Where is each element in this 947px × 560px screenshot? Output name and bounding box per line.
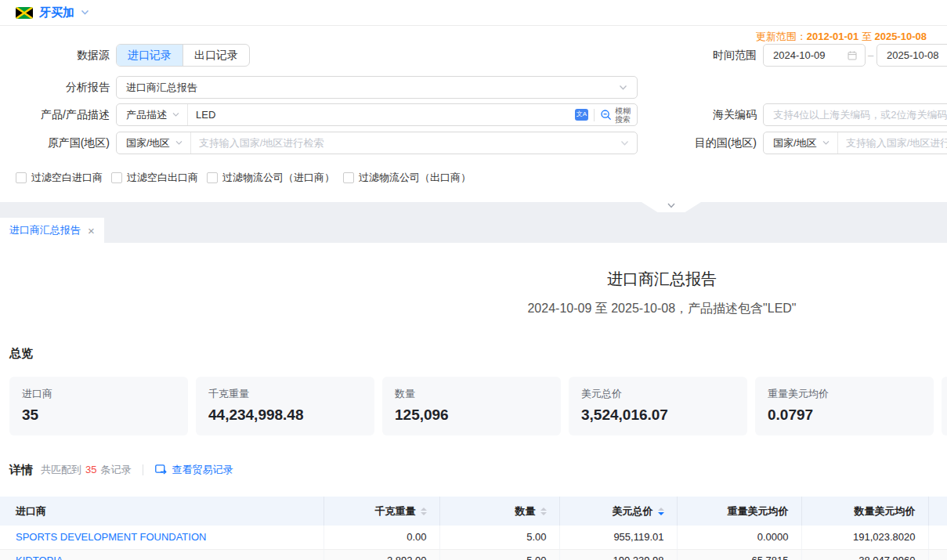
chevron-down-icon	[172, 112, 179, 117]
checkbox-filter-blank-exporter[interactable]: 过滤空白出口商	[111, 171, 198, 185]
update-range-label: 更新范围：	[756, 31, 807, 42]
analysis-report-value: 进口商汇总报告	[126, 81, 619, 95]
report-content: 进口商汇总报告 2024-10-09 至 2025-10-08，产品描述包含"L…	[0, 243, 947, 560]
report-canvas: 进口商汇总报告 2024-10-09 至 2025-10-08，产品描述包含"L…	[0, 269, 947, 560]
date-range-dash: –	[865, 44, 877, 67]
data-source-tabs: 进口记录 出口记录	[116, 44, 250, 67]
divider	[143, 464, 143, 475]
report-select-label: 分析报告	[0, 76, 110, 99]
destination-field-type-value: 国家/地区	[773, 136, 817, 150]
product-label: 产品/产品描述	[0, 103, 110, 126]
table-row: KIDTOPIA 2,892.00 5.00 190,239.98 65.781…	[0, 549, 947, 560]
checkbox-icon[interactable]	[343, 172, 354, 183]
match-suffix: 条记录	[100, 463, 131, 477]
start-date-input[interactable]: 2024-10-09	[763, 44, 866, 67]
product-description-input[interactable]	[188, 104, 575, 125]
match-prefix: 共匹配到	[41, 463, 81, 477]
close-icon[interactable]: ×	[88, 225, 95, 237]
origin-field-type-value: 国家/地区	[126, 136, 170, 150]
table-row: SPORTS DEVELOPMENT FOUNDATION 0.00 5.00 …	[0, 526, 947, 549]
fuzzy-search-icon	[600, 109, 613, 121]
card-usd-total: 美元总价 3,524,016.07	[569, 377, 747, 435]
fuzzy-search-label: 模糊搜索	[615, 107, 631, 124]
topbar: 牙买加	[0, 0, 947, 26]
icon-divider	[594, 109, 595, 121]
detail-heading: 详情	[9, 462, 33, 478]
checkbox-filter-logistics-exporter[interactable]: 过滤物流公司（出口商）	[343, 171, 471, 185]
origin-filter: 国家/地区	[116, 132, 638, 154]
jamaica-flag-icon	[16, 7, 33, 19]
translate-icon[interactable]: 文A	[575, 109, 588, 121]
col-kg-weight: 千克重量	[323, 497, 439, 526]
col-clipped	[928, 497, 947, 526]
col-usd-per-kg: 重量美元均价	[677, 497, 801, 526]
checkbox-filter-blank-importer[interactable]: 过滤空白进口商	[16, 171, 103, 185]
chevron-down-icon	[619, 85, 627, 91]
origin-field-type-select[interactable]: 国家/地区	[117, 132, 191, 154]
sort-asc-icon[interactable]	[421, 508, 427, 511]
checkbox-filter-logistics-importer[interactable]: 过滤物流公司（进口商）	[207, 171, 334, 185]
destination-country-input[interactable]	[838, 132, 947, 154]
chevron-down-icon	[822, 140, 830, 146]
analysis-report-select[interactable]: 进口商汇总报告	[116, 76, 638, 99]
product-filter: 产品描述 文A 模糊搜索	[116, 103, 638, 126]
tab-export-records[interactable]: 出口记录	[183, 45, 249, 66]
tab-import-records[interactable]: 进口记录	[117, 45, 183, 66]
product-input-icons: 文A 模糊搜索	[575, 104, 637, 125]
col-usd-per-qty: 数量美元均价	[801, 497, 928, 526]
origin-country-input[interactable]	[191, 132, 620, 154]
chevron-down-icon	[175, 140, 183, 146]
sort-desc-icon[interactable]	[540, 512, 547, 515]
checkbox-icon[interactable]	[111, 172, 122, 183]
update-range-to: 至	[862, 31, 872, 42]
origin-label: 原产国(地区)	[0, 132, 110, 154]
card-importers: 进口商 35	[9, 377, 188, 435]
hs-code-label: 海关编码	[647, 103, 757, 126]
fuzzy-search-button[interactable]: 模糊搜索	[600, 107, 631, 124]
destination-field-type-select[interactable]: 国家/地区	[764, 132, 838, 154]
sort-asc-icon[interactable]	[658, 508, 664, 511]
overview-heading: 总览	[9, 345, 947, 361]
card-quantity: 数量 125,096	[382, 377, 561, 435]
tab-title: 进口商汇总报告	[9, 223, 81, 237]
card-usd-per-kg: 重量美元均价 0.0797	[755, 377, 934, 435]
col-quantity: 数量	[439, 497, 559, 526]
tab-importer-summary-report[interactable]: 进口商汇总报告 ×	[0, 218, 104, 243]
hs-code-box	[763, 103, 947, 126]
match-count: 35	[85, 463, 96, 477]
col-usd-total: 美元总价	[559, 497, 677, 526]
sort-kg-weight[interactable]	[421, 508, 427, 515]
sort-usd-total[interactable]	[658, 508, 664, 515]
update-range-end: 2025-10-08	[875, 31, 927, 42]
data-source-label: 数据源	[0, 44, 110, 67]
chevron-down-icon[interactable]	[81, 9, 89, 16]
origin-select-chevron[interactable]	[620, 132, 637, 154]
importer-link[interactable]: KIDTOPIA	[16, 555, 63, 560]
filter-checkboxes: 过滤空白进口商 过滤空白出口商 过滤物流公司（进口商） 过滤物流公司（出口商）	[16, 171, 471, 185]
card-clipped	[942, 377, 947, 435]
col-importer: 进口商	[0, 497, 323, 526]
end-date-input[interactable]: 2025-10-08	[877, 44, 947, 67]
country-selector[interactable]: 牙买加	[39, 5, 74, 20]
sort-desc-icon-active[interactable]	[658, 512, 664, 515]
destination-label: 目的国(地区)	[647, 132, 757, 154]
hs-code-input[interactable]	[773, 108, 947, 122]
sort-asc-icon[interactable]	[540, 508, 547, 511]
view-trade-records-link[interactable]: 查看贸易记录	[155, 463, 233, 477]
sort-quantity[interactable]	[540, 508, 547, 515]
importer-link[interactable]: SPORTS DEVELOPMENT FOUNDATION	[16, 531, 206, 543]
chevron-down-icon	[667, 202, 676, 209]
filter-panel: 更新范围：2012-01-01 至 2025-10-08 数据源 进口记录 出口…	[0, 26, 947, 202]
product-field-type-value: 产品描述	[126, 108, 167, 122]
table-header-row: 进口商 千克重量 数量 美元总价 重量美元均价 数量美元均价	[0, 497, 947, 526]
checkbox-icon[interactable]	[16, 172, 27, 183]
destination-filter: 国家/地区	[763, 132, 947, 154]
checkbox-icon[interactable]	[207, 172, 218, 183]
sort-desc-icon[interactable]	[421, 512, 427, 515]
overview-cards: 进口商 35 千克重量 44,234,998.48 数量 125,096 美元总…	[9, 377, 947, 435]
calendar-icon	[847, 50, 858, 61]
product-field-type-select[interactable]: 产品描述	[117, 104, 188, 125]
collapse-panel-handle[interactable]	[642, 202, 701, 212]
card-kg-weight: 千克重量 44,234,998.48	[196, 377, 374, 435]
detail-row: 详情 共匹配到 35 条记录 查看贸易记录	[9, 462, 947, 478]
